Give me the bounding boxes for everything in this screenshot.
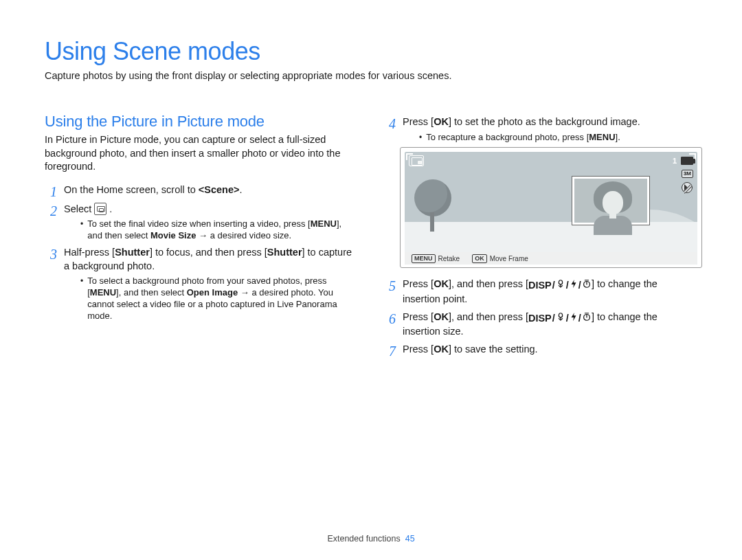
ok-button-label: OK: [434, 278, 449, 289]
step-number: 5: [383, 278, 396, 306]
pip-mode-icon: [94, 203, 106, 215]
nav-keys: DISP/ / /: [528, 279, 592, 293]
step-number: 2: [45, 203, 57, 242]
scene-tag: <Scene>: [199, 184, 240, 195]
timer-icon: [582, 279, 592, 293]
size-badge: 3M: [682, 170, 693, 178]
step-number: 4: [383, 115, 396, 143]
camera-screenshot: 1 3M MENU Retake OK: [400, 147, 702, 268]
step-number: 7: [383, 343, 396, 358]
movie-size-label: Movie Size: [150, 230, 196, 240]
page-footer: Extended functions 45: [0, 534, 742, 544]
flash-icon: [570, 312, 578, 326]
timer-icon: [582, 312, 592, 326]
section-heading: Using the Picture in Picture mode: [45, 113, 359, 131]
step-3: 3 Half-press [Shutter] to focus, and the…: [45, 246, 359, 322]
retake-label: MENU Retake: [412, 254, 460, 263]
step-text: On the Home screen, scroll to: [64, 184, 199, 195]
battery-icon: [681, 157, 693, 165]
step-5: 5 Press [OK], and then press [ DISP/ / /: [383, 278, 697, 306]
left-column: Using the Picture in Picture mode In Pic…: [45, 95, 359, 362]
ok-button-label: OK: [434, 344, 449, 355]
flash-icon: [570, 279, 578, 293]
flash-off-icon: [682, 182, 693, 193]
page-title: Using Scene modes: [45, 37, 697, 66]
page-number: 45: [405, 534, 415, 544]
ok-button-label: OK: [434, 311, 449, 322]
step-6: 6 Press [OK], and then press [ DISP/ / /: [383, 311, 697, 339]
menu-button-label: MENU: [90, 287, 116, 298]
right-column: 4 Press [OK] to set the photo as the bac…: [383, 95, 697, 362]
ok-button-label: OK: [434, 116, 449, 127]
menu-button-label: MENU: [589, 132, 615, 142]
nav-keys: DISP/ / /: [528, 312, 592, 326]
step-1: 1 On the Home screen, scroll to <Scene>.: [45, 183, 359, 199]
ok-tag: OK: [472, 254, 487, 263]
step-7: 7 Press [OK] to save the setting.: [383, 343, 697, 358]
macro-icon: [556, 279, 565, 293]
step-number: 6: [383, 311, 396, 339]
menu-tag: MENU: [412, 254, 436, 263]
pip-mode-icon: [409, 155, 424, 166]
open-image-label: Open Image: [187, 287, 238, 298]
pip-inset: [572, 177, 649, 225]
section-intro: In Picture in Picture mode, you can capt…: [45, 133, 359, 174]
step-number: 3: [45, 246, 57, 322]
step-number: 1: [45, 183, 57, 199]
step-4: 4 Press [OK] to set the photo as the bac…: [383, 115, 697, 143]
shutter-label: Shutter: [115, 247, 150, 258]
menu-button-label: MENU: [311, 219, 337, 229]
step-2: 2 Select . To set the final video size w…: [45, 203, 359, 242]
footer-section: Extended functions: [327, 534, 400, 544]
macro-icon: [556, 312, 565, 326]
page-subtitle: Capture photos by using the front displa…: [45, 70, 697, 81]
shutter-label: Shutter: [267, 247, 302, 258]
shot-counter: 1: [673, 157, 677, 165]
step-text: Select: [64, 203, 94, 214]
move-frame-label: OK Move Frame: [472, 254, 528, 263]
